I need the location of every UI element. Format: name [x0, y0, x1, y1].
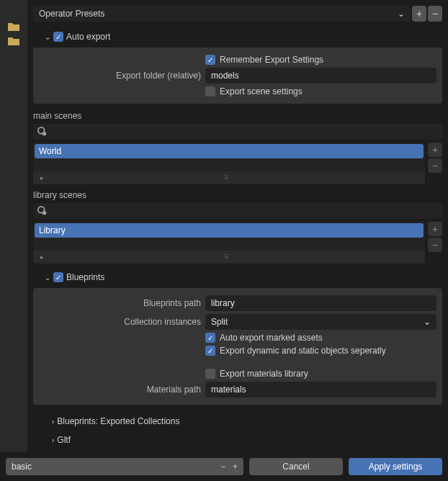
materials-library-label: Export materials library — [220, 369, 308, 379]
chevron-right-icon: › — [52, 436, 54, 444]
library-scenes-search[interactable] — [33, 203, 442, 219]
scene-icon — [37, 127, 48, 137]
main-scenes-list[interactable]: World ▸ ⠿ — [33, 143, 425, 184]
exported-collections-title: Blueprints: Exported Collections — [57, 416, 179, 426]
dynamic-label: Export dynamic and static objects sepera… — [220, 346, 386, 356]
auto-export-title: Auto export — [66, 32, 110, 42]
main-scene-add-button[interactable]: + — [428, 143, 442, 157]
blueprints-checkbox[interactable]: ✓ — [53, 272, 63, 282]
scene-icon — [37, 206, 48, 216]
minus-icon[interactable]: − — [220, 462, 225, 472]
list-filter-icon[interactable]: ▸ — [40, 253, 44, 261]
export-folder-label: Export folder (relative) — [39, 71, 201, 81]
left-rail — [0, 0, 27, 481]
svg-point-3 — [42, 211, 46, 215]
resize-handle-icon[interactable]: ⋰ — [438, 444, 445, 452]
bottom-bar: basic − + Cancel Apply settings — [0, 452, 448, 481]
preset-label: Operator Presets — [39, 9, 104, 19]
cancel-button[interactable]: Cancel — [249, 458, 343, 475]
chevron-down-icon: ⌄ — [424, 317, 431, 327]
scene-item[interactable]: World — [35, 144, 424, 158]
apply-settings-button[interactable]: Apply settings — [349, 458, 442, 475]
chevron-right-icon: › — [52, 418, 54, 426]
auto-export-body: ✓ Remember Export Settings Export folder… — [33, 48, 442, 104]
chevron-down-icon: ⌄ — [398, 9, 405, 19]
drag-dots-icon: ⠿ — [224, 174, 230, 181]
dynamic-checkbox[interactable]: ✓ — [205, 346, 215, 356]
main-panel: Operator Presets ⌄ + − ⌄ ✓ Auto export ✓… — [27, 0, 448, 481]
scene-item[interactable]: Library — [35, 223, 424, 238]
materials-path-input[interactable] — [205, 382, 436, 397]
chevron-down-icon: ⌄ — [45, 274, 50, 282]
list-drag-handle[interactable]: ▸ ⠿ — [33, 251, 425, 264]
preset-remove-button[interactable]: − — [428, 6, 442, 22]
drag-dots-icon: ⠿ — [224, 253, 230, 261]
blueprints-path-label: Blueprints path — [39, 298, 201, 308]
folder-icon[interactable] — [6, 20, 22, 33]
plus-icon[interactable]: + — [233, 462, 238, 472]
export-folder-input[interactable] — [205, 68, 436, 84]
auto-marked-checkbox[interactable]: ✓ — [205, 333, 215, 343]
materials-path-label: Materials path — [39, 385, 201, 395]
library-scenes-label: library scenes — [33, 190, 442, 200]
export-scene-checkbox[interactable] — [205, 86, 215, 96]
blueprints-title: Blueprints — [66, 272, 104, 282]
library-scenes-list[interactable]: Library ▸ ⠿ — [33, 222, 425, 264]
main-scene-remove-button[interactable]: − — [428, 158, 442, 173]
auto-export-header[interactable]: ⌄ ✓ Auto export — [33, 29, 442, 45]
list-filter-icon[interactable]: ▸ — [40, 174, 44, 181]
folder-icon[interactable] — [6, 35, 22, 48]
collection-instances-label: Collection instances — [39, 317, 201, 327]
library-scene-remove-button[interactable]: − — [428, 238, 442, 252]
collection-instances-dropdown[interactable]: Split ⌄ — [205, 314, 436, 330]
blueprints-header[interactable]: ⌄ ✓ Blueprints — [33, 269, 442, 285]
main-scenes-label: main scenes — [33, 111, 442, 121]
preset-add-button[interactable]: + — [412, 6, 426, 22]
list-drag-handle[interactable]: ▸ ⠿ — [33, 171, 425, 184]
remember-settings-checkbox[interactable]: ✓ — [205, 55, 215, 65]
main-scenes-search[interactable] — [33, 124, 442, 140]
svg-point-1 — [42, 132, 46, 135]
export-scene-label: Export scene settings — [220, 86, 303, 96]
blueprints-path-input[interactable] — [205, 295, 436, 311]
materials-library-checkbox[interactable] — [205, 369, 215, 379]
remember-settings-label: Remember Export Settings — [220, 55, 323, 65]
auto-export-checkbox[interactable]: ✓ — [53, 32, 63, 42]
exported-collections-header[interactable]: › Blueprints: Exported Collections — [33, 412, 442, 431]
gltf-header[interactable]: › Gltf — [33, 431, 442, 449]
gltf-title: Gltf — [57, 435, 71, 445]
chevron-down-icon: ⌄ — [45, 33, 50, 41]
auto-marked-label: Auto export marked assets — [220, 333, 323, 343]
preset-name-input[interactable]: basic − + — [6, 458, 243, 475]
blueprints-body: Blueprints path Collection instances Spl… — [33, 288, 442, 405]
operator-presets-dropdown[interactable]: Operator Presets ⌄ — [33, 6, 411, 22]
library-scene-add-button[interactable]: + — [428, 222, 442, 236]
